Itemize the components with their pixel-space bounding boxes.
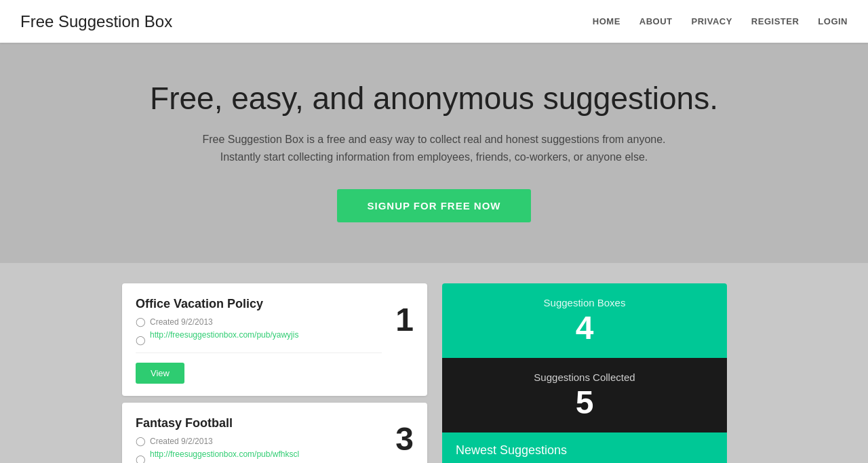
card-info: Office Vacation Policy ◯ Created 9/2/201… — [136, 297, 382, 384]
nav-home[interactable]: HOME — [593, 16, 620, 26]
nav-privacy[interactable]: PRIVACY — [692, 16, 732, 26]
card-title: Office Vacation Policy — [136, 297, 382, 311]
card-title: Fantasy Football — [136, 416, 382, 430]
card-count: 3 — [395, 416, 414, 456]
card-info: Fantasy Football ◯ Created 9/2/2013 ◯ ht… — [136, 416, 382, 463]
link-icon: ◯ — [136, 454, 146, 463]
card-divider — [136, 353, 382, 353]
list-item: Office Vacation Policy ◯ Created 9/2/201… — [122, 283, 427, 396]
card-url[interactable]: http://freesuggestionbox.com/pub/yawyjis — [150, 330, 298, 340]
header: Free Suggestion Box HOME ABOUT PRIVACY R… — [0, 0, 868, 43]
card-created: ◯ Created 9/2/2013 — [136, 317, 382, 327]
stats-boxes: Suggestion Boxes 4 — [442, 283, 727, 358]
card-created: ◯ Created 9/2/2013 — [136, 436, 382, 446]
clock-icon: ◯ — [136, 317, 146, 327]
hero-description: Free Suggestion Box is a free and easy w… — [197, 131, 671, 165]
suggestion-boxes-list: Office Vacation Policy ◯ Created 9/2/201… — [122, 283, 427, 463]
collected-count: 5 — [456, 386, 713, 419]
card-link-row: ◯ http://freesuggestionbox.com/pub/wfhks… — [136, 449, 382, 463]
newest-header: Newest Suggestions — [442, 432, 727, 463]
list-item: Fantasy Football ◯ Created 9/2/2013 ◯ ht… — [122, 403, 427, 463]
nav-about[interactable]: ABOUT — [639, 16, 673, 26]
boxes-label: Suggestion Boxes — [456, 297, 713, 308]
collected-label: Suggestions Collected — [456, 371, 713, 383]
stats-collected: Suggestions Collected 5 — [442, 358, 727, 432]
content-wrapper: Office Vacation Policy ◯ Created 9/2/201… — [61, 263, 807, 463]
site-logo: Free Suggestion Box — [20, 12, 172, 31]
nav-register[interactable]: REGISTER — [751, 16, 799, 26]
boxes-count: 4 — [456, 312, 713, 344]
signup-button[interactable]: SIGNUP FOR FREE NOW — [337, 189, 530, 222]
hero-section: Free, easy, and anonymous suggestions. F… — [0, 43, 868, 263]
card-link-row: ◯ http://freesuggestionbox.com/pub/yawyj… — [136, 330, 382, 349]
card-url[interactable]: http://freesuggestionbox.com/pub/wfhkscl — [150, 449, 299, 459]
clock-icon: ◯ — [136, 436, 146, 446]
hero-headline: Free, easy, and anonymous suggestions. — [14, 80, 854, 117]
main-area: Office Vacation Policy ◯ Created 9/2/201… — [0, 263, 868, 463]
view-button[interactable]: View — [136, 363, 184, 384]
link-icon: ◯ — [136, 335, 146, 345]
right-column: Suggestion Boxes 4 Suggestions Collected… — [442, 283, 727, 463]
card-count: 1 — [395, 297, 414, 336]
nav-login[interactable]: LOGIN — [818, 16, 848, 26]
main-nav: HOME ABOUT PRIVACY REGISTER LOGIN — [593, 16, 848, 26]
